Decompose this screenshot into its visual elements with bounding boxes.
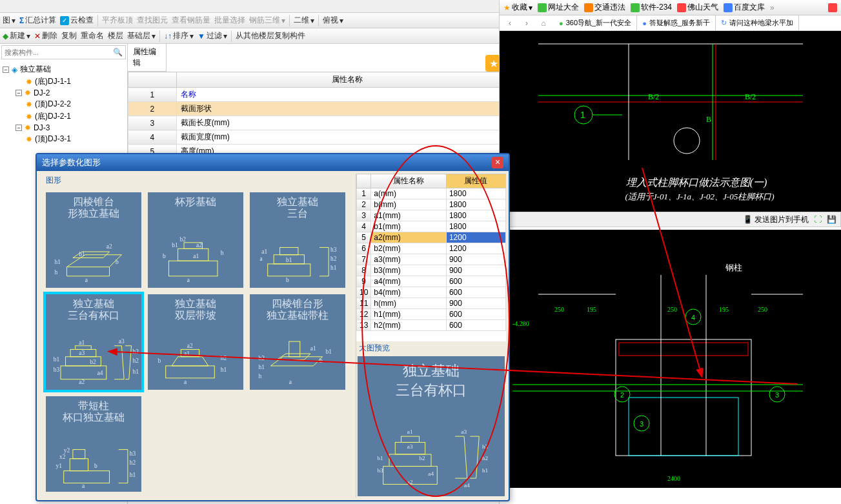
param-row[interactable]: 11h(mm)900	[357, 298, 506, 309]
tree-item[interactable]: −✸DJ-3	[3, 123, 125, 133]
svg-text:b3: b3	[54, 367, 60, 373]
browser-tab-2[interactable]: ↻请问这种地梁水平加	[716, 15, 799, 30]
fav-site-4[interactable]: 百度文库	[724, 2, 765, 13]
svg-marker-55	[270, 357, 322, 366]
dialog-close-button[interactable]: ×	[492, 157, 503, 168]
save-icon[interactable]: 💾	[827, 215, 836, 224]
preview-title: 独立基础三台有杯口	[358, 356, 505, 400]
param-row[interactable]: 8b3(mm)900	[357, 265, 506, 276]
filter-button[interactable]: ▼过滤 ▾	[198, 30, 227, 41]
shape-card-4[interactable]: 独立基础双层带坡baa1a2h2h1	[148, 294, 243, 390]
adobe-icon[interactable]	[828, 3, 837, 12]
fav-site-1[interactable]: 交通违法	[584, 2, 625, 13]
col-name-header: 属性名称	[176, 72, 518, 88]
shape-card-6[interactable]: 带短柱杯口独立基础y1x2y2abh3h2h1	[46, 396, 141, 492]
svg-text:x2: x2	[59, 454, 66, 460]
shape-card-3[interactable]: 独立基础三台有杯口b1b3a1a3b2a2a4a3h3h2h1	[46, 294, 141, 390]
cad-drawing-2[interactable]: 2 4 3 3 钢柱 250 195 250 195 250 -4.280 24…	[500, 230, 841, 488]
node-icon: ✸	[26, 77, 32, 86]
toolbar-sum[interactable]: Σ汇总计算	[19, 15, 56, 26]
param-row[interactable]: 7a3(mm)900	[357, 254, 506, 265]
properties-tab[interactable]: 属性编辑	[128, 44, 167, 72]
toolbar-top-view[interactable]: 俯视 ▾	[323, 15, 343, 26]
param-row[interactable]: 10b4(mm)600	[357, 287, 506, 298]
tree-item[interactable]: ✸(底)DJ-1-1	[3, 76, 125, 88]
tree-expander[interactable]: −	[3, 66, 9, 73]
param-row[interactable]: 1a(mm)1800	[357, 188, 506, 199]
fullscreen-icon[interactable]: ⛶	[814, 215, 822, 224]
foundation-layer-select[interactable]: 基础层 ▾	[127, 30, 156, 41]
tree-item[interactable]: ✸(顶)DJ-2-2	[3, 98, 125, 110]
dialog-titlebar[interactable]: 选择参数化图形 ×	[37, 154, 509, 171]
toolbar-2d[interactable]: 二维 ▾	[294, 15, 314, 26]
svg-text:2: 2	[620, 391, 624, 399]
svg-text:h2: h2	[482, 455, 489, 461]
tree-expander[interactable]: −	[15, 125, 22, 131]
home-button[interactable]: ⌂	[537, 17, 550, 30]
shape-card-0[interactable]: 四棱锥台形独立基础h1haba2b1	[46, 192, 141, 288]
toolbar-rebar-3d[interactable]: 钢筋三维 ▾	[249, 15, 285, 26]
toolbar-rebar-qty[interactable]: 查看钢筋量	[172, 15, 210, 26]
favorites-button[interactable]: ★收藏 ▾	[503, 2, 532, 13]
search-icon[interactable]: 🔍	[113, 48, 123, 57]
tree-item[interactable]: ✸(底)DJ-2-1	[3, 110, 125, 123]
rename-button[interactable]: 重命名	[81, 30, 104, 41]
svg-text:a1: a1	[184, 350, 190, 357]
param-row[interactable]: 12h1(mm)600	[357, 309, 506, 320]
tree-item[interactable]: ✸(顶)DJ-3-1	[3, 133, 125, 145]
param-row[interactable]: 2b(mm)1800	[357, 199, 506, 210]
search-input[interactable]	[5, 48, 113, 56]
tree-root[interactable]: 独立基础	[20, 64, 51, 75]
toolbar-batch-select[interactable]: 批量选择	[214, 15, 245, 26]
forward-button[interactable]: ›	[520, 17, 533, 30]
svg-text:a3: a3	[119, 338, 125, 345]
toolbar-find-element[interactable]: 查找图元	[137, 15, 168, 26]
param-row[interactable]: 3a1(mm)1800	[357, 210, 506, 221]
cad-title-1: 埋入式柱脚杯口做法示意图(一)	[616, 176, 777, 190]
svg-text:a: a	[259, 256, 263, 262]
shape-card-5[interactable]: 四棱锥台形独立基础带柱h2h1haba1b1	[250, 294, 345, 390]
toolbar-tu[interactable]: 图 ▾	[3, 15, 15, 26]
param-row[interactable]: 5a2(mm)1200	[357, 232, 506, 243]
svg-rect-11	[168, 261, 218, 276]
svg-text:a1: a1	[261, 248, 267, 255]
svg-text:a2: a2	[79, 379, 85, 385]
shape-card-1[interactable]: 杯形基础bb1b2aa1a2h	[148, 192, 243, 288]
toolbar-align-plate[interactable]: 平齐板顶	[102, 15, 133, 26]
param-row[interactable]: 9a4(mm)600	[357, 276, 506, 287]
send-to-phone-button[interactable]: 📱 发送图片到手机	[743, 214, 809, 225]
tree-expander[interactable]: −	[15, 90, 22, 96]
svg-text:a1: a1	[193, 253, 199, 259]
tree-item[interactable]: −✸DJ-2	[3, 88, 125, 98]
svg-text:b1: b1	[286, 257, 292, 263]
browser-tab-1[interactable]: ●答疑解惑_服务新干	[637, 15, 716, 30]
back-button[interactable]: ‹	[503, 17, 516, 30]
param-row[interactable]: 13h2(mm)600	[357, 320, 506, 331]
param-row[interactable]: 4b1(mm)1800	[357, 221, 506, 232]
fav-site-0[interactable]: 网址大全	[538, 2, 579, 13]
copy-button[interactable]: 复制	[61, 30, 77, 41]
fav-site-2[interactable]: 软件-234	[631, 2, 672, 13]
favorites-bar: ★收藏 ▾ 网址大全 交通违法 软件-234 佛山天气 百度文库 »	[500, 0, 841, 15]
svg-text:b: b	[286, 277, 289, 283]
browser-tab-0[interactable]: ●360导航_新一代安全	[554, 15, 637, 30]
delete-button[interactable]: ✕删除	[34, 30, 57, 41]
copy-from-floor-button[interactable]: 从其他楼层复制构件	[236, 30, 305, 41]
search-box[interactable]: 🔍	[1, 45, 126, 59]
node-icon: ✸	[26, 100, 32, 109]
cad-elevation: -4.280	[512, 320, 529, 327]
svg-text:a2: a2	[407, 479, 413, 485]
param-row[interactable]: 6b2(mm)1200	[357, 243, 506, 254]
fav-site-3[interactable]: 佛山天气	[677, 2, 718, 13]
cad-drawing-1[interactable]: 1 B/2 B/2 B 埋入式柱脚杯口做法示意图(一) (适用于J-01、J-1…	[500, 31, 841, 212]
svg-text:h1: h1	[132, 368, 139, 375]
shape-card-2[interactable]: 独立基础三台aa1bb1h3h2h1	[250, 192, 345, 288]
svg-text:b: b	[163, 253, 166, 259]
sort-button[interactable]: ↓↑排序 ▾	[164, 30, 194, 41]
svg-text:h: h	[259, 373, 262, 379]
toolbar-cloud-check[interactable]: ✓云检查	[60, 15, 94, 26]
parameter-table[interactable]: 属性名称属性值 1a(mm)18002b(mm)18003a1(mm)18004…	[356, 174, 506, 331]
svg-rect-66	[70, 459, 88, 471]
new-button[interactable]: ◆新建 ▾	[3, 30, 30, 41]
svg-text:h1: h1	[259, 364, 265, 370]
